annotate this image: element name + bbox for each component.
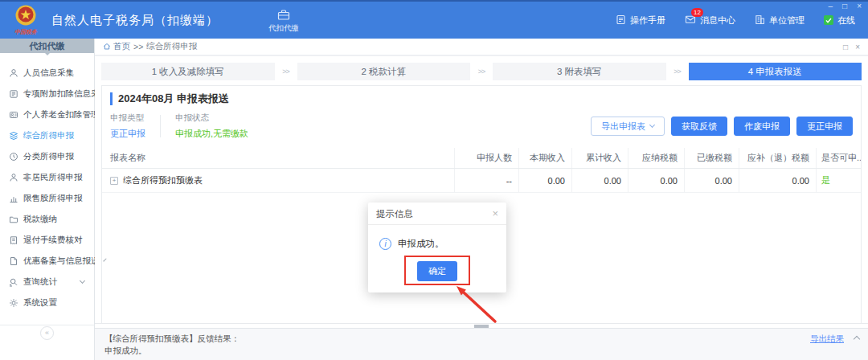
sidebar-item-tax-payment[interactable]: 税款缴纳 bbox=[0, 209, 94, 230]
receipt-icon bbox=[9, 235, 18, 245]
correct-declaration-button[interactable]: 更正申报 bbox=[796, 117, 853, 136]
dialog-ok-button[interactable]: 确定 bbox=[417, 261, 457, 281]
restore-button[interactable]: □ bbox=[842, 2, 847, 11]
tax-refund-cell: 0.00 bbox=[739, 169, 816, 192]
national-emblem-icon bbox=[14, 4, 37, 30]
close-button[interactable]: × bbox=[857, 2, 862, 11]
gear-icon bbox=[9, 298, 18, 308]
manual-label: 操作手册 bbox=[630, 14, 665, 27]
col-tax-payable: 应纳税额 bbox=[628, 148, 684, 168]
sidebar-item-comprehensive-income[interactable]: 综合所得申报 bbox=[0, 125, 94, 146]
period-title: 2024年08月 申报表报送 bbox=[110, 92, 853, 105]
step-2-tax-calc[interactable]: 2 税款计算 bbox=[297, 63, 471, 80]
sidebar-item-label: 查询统计 bbox=[23, 276, 57, 288]
feedback-panel: 【综合所得预扣预缴表】反馈结果： 申报成功。 导出结果 bbox=[95, 329, 868, 360]
tab-withholding[interactable]: 代扣代缴 bbox=[268, 7, 299, 34]
tab-withholding-label: 代扣代缴 bbox=[268, 23, 299, 34]
panel-splitter bbox=[95, 323, 868, 329]
sidebar: 代扣代缴 人员信息采集 专项附加扣除信息采集 个人养老金扣除管理 综合所得申报 bbox=[0, 39, 95, 360]
dialog-close-icon[interactable]: × bbox=[492, 202, 498, 225]
menu-item-messages[interactable]: 12 消息中心 bbox=[685, 14, 735, 27]
export-result-link[interactable]: 导出结果 bbox=[810, 333, 844, 345]
splitter-drag-handle[interactable] bbox=[474, 325, 489, 328]
content-close-button[interactable]: × bbox=[855, 43, 860, 51]
col-report-name: 报表名称 bbox=[102, 152, 454, 164]
step-1-income[interactable]: 1 收入及减除填写 bbox=[101, 63, 275, 80]
content-float-button[interactable]: □ bbox=[843, 43, 848, 51]
breadcrumb-separator: >> bbox=[133, 42, 143, 51]
sidebar-item-preferential-filing[interactable]: 优惠备案与信息报送 bbox=[0, 251, 94, 272]
declaration-type-label: 申报类型 bbox=[110, 112, 145, 124]
pension-card-icon bbox=[9, 110, 18, 120]
info-divider bbox=[160, 115, 161, 137]
report-table: 报表名称 申报人数 本期收入 累计收入 应纳税额 已缴税额 应补（退）税额 是否… bbox=[102, 148, 861, 193]
declaration-type-block: 申报类型 更正申报 bbox=[110, 112, 145, 140]
dialog-message: 申报成功。 bbox=[398, 238, 444, 250]
export-declaration-label: 导出申报表 bbox=[601, 117, 645, 135]
content-window-controls: □ × bbox=[843, 43, 860, 51]
tax-paid-cell: 0.00 bbox=[684, 169, 739, 192]
total-income-cell: 0.00 bbox=[571, 169, 628, 192]
sidebar-item-label: 优惠备案与信息报送 bbox=[23, 256, 100, 267]
menu-item-manual[interactable]: 操作手册 bbox=[616, 14, 665, 27]
step-separator: >> bbox=[275, 68, 297, 76]
current-income-cell: 0.00 bbox=[518, 169, 571, 192]
sidebar-item-person-info[interactable]: 人员信息采集 bbox=[0, 63, 94, 84]
declaration-type-value[interactable]: 更正申报 bbox=[110, 128, 145, 140]
col-total-income: 累计收入 bbox=[571, 148, 628, 168]
top-menu: 操作手册 12 消息中心 bbox=[616, 14, 855, 27]
sidebar-menu: 人员信息采集 专项附加扣除信息采集 个人养老金扣除管理 综合所得申报 分类所得申… bbox=[0, 53, 94, 344]
main-area: 首页 >> 综合所得申报 □ × 1 收入及减除填写 >> 2 税款计算 >> … bbox=[95, 39, 868, 360]
table-row[interactable]: + 综合所得预扣预缴表 -- 0.00 0.00 0.00 0.00 0.00 … bbox=[102, 169, 861, 193]
sidebar-item-classified-income[interactable]: 分类所得申报 bbox=[0, 146, 94, 167]
col-current-income: 本期收入 bbox=[518, 148, 571, 168]
app-title: 自然人电子税务局（扣缴端） bbox=[51, 13, 219, 28]
report-name-cell: 综合所得预扣预缴表 bbox=[123, 174, 203, 186]
sidebar-item-refund-fee-check[interactable]: 退付手续费核对 bbox=[0, 230, 94, 251]
step-3-attachments[interactable]: 3 附表填写 bbox=[493, 63, 666, 80]
sidebar-item-nonresident-income[interactable]: 非居民所得申报 bbox=[0, 167, 94, 188]
declaration-status-block: 申报状态 申报成功,无需缴款 bbox=[175, 112, 248, 140]
can-declare-cell: 是 bbox=[816, 169, 861, 192]
people-count-cell: -- bbox=[454, 169, 518, 192]
chevron-down-icon bbox=[649, 122, 655, 128]
feedback-result-message: 申报成功。 bbox=[104, 345, 858, 357]
person-icon bbox=[9, 68, 18, 78]
sidebar-item-special-deduction[interactable]: 专项附加扣除信息采集 bbox=[0, 84, 94, 104]
clock-icon bbox=[9, 152, 18, 162]
sidebar-item-label: 人员信息采集 bbox=[23, 68, 74, 79]
get-feedback-button[interactable]: 获取反馈 bbox=[671, 117, 727, 136]
sidebar-item-restricted-shares[interactable]: 限售股所得申报 bbox=[0, 188, 94, 209]
unit-management-label: 单位管理 bbox=[769, 14, 805, 27]
feedback-result-title: 【综合所得预扣预缴表】反馈结果： bbox=[104, 333, 858, 345]
step-4-submit[interactable]: 4 申报表报送 bbox=[689, 63, 862, 80]
expand-row-icon[interactable]: + bbox=[110, 177, 118, 185]
app-window: – □ × 中国税务 自然人电子税务局（扣缴端） 代扣代缴 bbox=[0, 0, 868, 360]
logo-text: 中国税务 bbox=[14, 28, 37, 36]
message-badge: 12 bbox=[691, 8, 703, 17]
action-buttons: 导出申报表 获取反馈 作废申报 更正申报 bbox=[591, 117, 853, 136]
dialog-title: 提示信息 bbox=[376, 202, 413, 225]
sidebar-item-pension-deduction[interactable]: 个人养老金扣除管理 bbox=[0, 104, 94, 125]
briefcase-icon bbox=[277, 9, 290, 22]
folder-icon bbox=[9, 215, 18, 224]
menu-item-online-status[interactable]: 在线 bbox=[824, 14, 855, 27]
minimize-button[interactable]: – bbox=[829, 2, 833, 11]
void-declaration-button[interactable]: 作废申报 bbox=[734, 117, 790, 136]
export-declaration-button[interactable]: 导出申报表 bbox=[591, 117, 665, 136]
chevron-down-icon bbox=[80, 278, 85, 284]
sidebar-item-system-settings[interactable]: 系统设置 bbox=[0, 292, 94, 313]
sidebar-item-label: 限售股所得申报 bbox=[23, 193, 83, 204]
window-controls: – □ × bbox=[829, 2, 862, 11]
step-separator: >> bbox=[470, 68, 493, 76]
col-people-count: 申报人数 bbox=[454, 148, 518, 168]
breadcrumb-home[interactable]: 首页 bbox=[103, 41, 130, 52]
sidebar-item-label: 税款缴纳 bbox=[23, 214, 57, 225]
menu-item-unit-management[interactable]: 单位管理 bbox=[755, 14, 805, 27]
document-icon bbox=[616, 14, 626, 27]
person-outline-icon bbox=[9, 173, 18, 182]
sidebar-item-query-statistics[interactable]: 查询统计 bbox=[0, 272, 94, 292]
sidebar-collapse-button[interactable]: « bbox=[40, 326, 54, 340]
step-wizard: 1 收入及减除填写 >> 2 税款计算 >> 3 附表填写 >> 4 申报表报送 bbox=[95, 56, 868, 85]
building-icon bbox=[755, 14, 765, 27]
